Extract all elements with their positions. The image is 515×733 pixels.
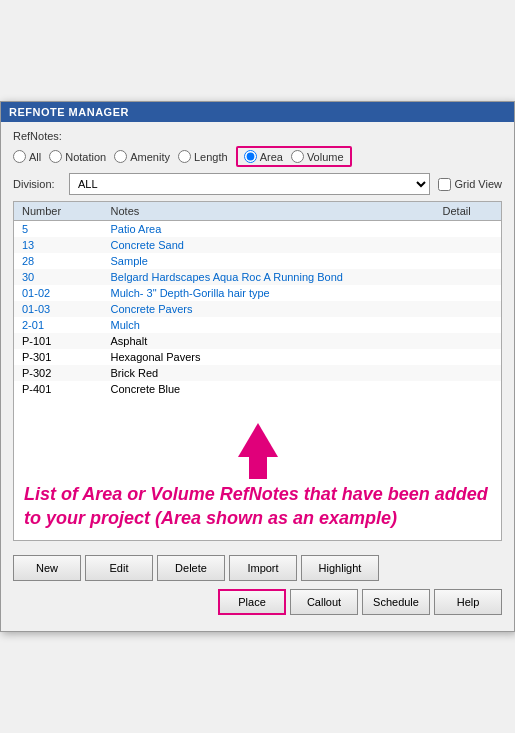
radio-all[interactable]: All [13, 150, 41, 163]
callout-button[interactable]: Callout [290, 589, 358, 615]
cell-notes: Mulch- 3" Depth-Gorilla hair type [103, 285, 435, 301]
cell-number: 01-03 [14, 301, 103, 317]
cell-notes: Hexagonal Pavers [103, 349, 435, 365]
table-row[interactable]: 28Sample [14, 253, 501, 269]
table-row[interactable]: 01-02Mulch- 3" Depth-Gorilla hair type [14, 285, 501, 301]
radio-amenity[interactable]: Amenity [114, 150, 170, 163]
col-header-notes: Notes [103, 202, 435, 221]
import-button[interactable]: Import [229, 555, 297, 581]
refnotes-table-container: Number Notes Detail 5Patio Area13Concret… [13, 201, 502, 541]
cell-notes: Brick Red [103, 365, 435, 381]
highlight-button[interactable]: Highlight [301, 555, 379, 581]
cell-notes: Sample [103, 253, 435, 269]
edit-button[interactable]: Edit [85, 555, 153, 581]
cell-number: 2-01 [14, 317, 103, 333]
table-row[interactable]: P-401Concrete Blue [14, 381, 501, 397]
cell-detail [435, 381, 501, 397]
table-header-row: Number Notes Detail [14, 202, 501, 221]
table-row[interactable]: P-301Hexagonal Pavers [14, 349, 501, 365]
refnote-manager-window: REFNOTE MANAGER RefNotes: All Notation A… [0, 101, 515, 632]
division-row: Division: ALL Grid View [13, 173, 502, 195]
cell-number: P-401 [14, 381, 103, 397]
cell-detail [435, 317, 501, 333]
radio-row: All Notation Amenity Length Area [13, 146, 502, 167]
radio-area[interactable]: Area [244, 150, 283, 163]
table-row[interactable]: 01-03Concrete Pavers [14, 301, 501, 317]
bottom-button-row: New Edit Delete Import Highlight [13, 549, 502, 585]
cell-notes: Concrete Blue [103, 381, 435, 397]
cell-number: 30 [14, 269, 103, 285]
arrow-head-icon [238, 423, 278, 457]
cell-number: 01-02 [14, 285, 103, 301]
cell-number: P-301 [14, 349, 103, 365]
overlay-content: List of Area or Volume RefNotes that hav… [24, 423, 491, 530]
division-label: Division: [13, 178, 61, 190]
cell-detail [435, 349, 501, 365]
refnotes-label: RefNotes: [13, 130, 502, 142]
cell-detail [435, 221, 501, 238]
delete-button[interactable]: Delete [157, 555, 225, 581]
arrow-container [24, 423, 491, 479]
area-volume-box: Area Volume [236, 146, 352, 167]
col-header-detail: Detail [435, 202, 501, 221]
cell-detail [435, 269, 501, 285]
arrow-shaft-icon [249, 457, 267, 479]
cell-number: 28 [14, 253, 103, 269]
radio-notation[interactable]: Notation [49, 150, 106, 163]
new-button[interactable]: New [13, 555, 81, 581]
cell-detail [435, 253, 501, 269]
refnotes-table: Number Notes Detail 5Patio Area13Concret… [14, 202, 501, 397]
footer-button-row: Place Callout Schedule Help [13, 585, 502, 623]
table-row[interactable]: 30Belgard Hardscapes Aqua Roc A Running … [14, 269, 501, 285]
window-title: REFNOTE MANAGER [9, 106, 129, 118]
help-button[interactable]: Help [434, 589, 502, 615]
overlay-text: List of Area or Volume RefNotes that hav… [24, 483, 491, 530]
cell-number: P-302 [14, 365, 103, 381]
radio-length[interactable]: Length [178, 150, 228, 163]
division-select[interactable]: ALL [69, 173, 430, 195]
cell-number: P-101 [14, 333, 103, 349]
grid-view-checkbox[interactable] [438, 178, 451, 191]
cell-detail [435, 365, 501, 381]
cell-number: 13 [14, 237, 103, 253]
table-row[interactable]: 2-01Mulch [14, 317, 501, 333]
table-row[interactable]: P-302Brick Red [14, 365, 501, 381]
title-bar: REFNOTE MANAGER [1, 102, 514, 122]
cell-notes: Concrete Pavers [103, 301, 435, 317]
place-button[interactable]: Place [218, 589, 286, 615]
table-row[interactable]: 13Concrete Sand [14, 237, 501, 253]
table-row[interactable]: P-101Asphalt [14, 333, 501, 349]
grid-view-label: Grid View [455, 178, 502, 190]
cell-notes: Patio Area [103, 221, 435, 238]
cell-detail [435, 301, 501, 317]
cell-notes: Concrete Sand [103, 237, 435, 253]
cell-notes: Belgard Hardscapes Aqua Roc A Running Bo… [103, 269, 435, 285]
radio-volume[interactable]: Volume [291, 150, 344, 163]
table-row[interactable]: 5Patio Area [14, 221, 501, 238]
cell-number: 5 [14, 221, 103, 238]
schedule-button[interactable]: Schedule [362, 589, 430, 615]
col-header-number: Number [14, 202, 103, 221]
cell-detail [435, 333, 501, 349]
cell-notes: Mulch [103, 317, 435, 333]
cell-notes: Asphalt [103, 333, 435, 349]
cell-detail [435, 237, 501, 253]
cell-detail [435, 285, 501, 301]
grid-view-group[interactable]: Grid View [438, 178, 502, 191]
